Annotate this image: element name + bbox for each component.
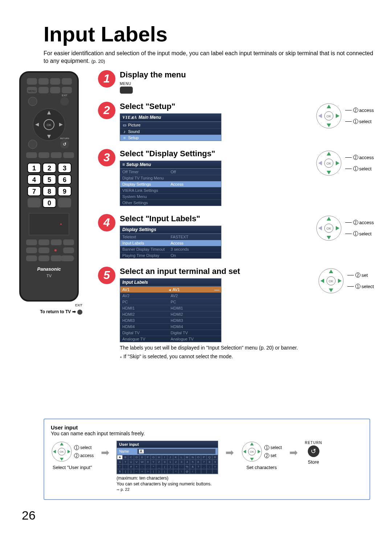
menu-row[interactable]: HDMI4HDMI4: [120, 323, 221, 330]
svg-point-12: [28, 97, 37, 106]
user-input-title: User input: [51, 424, 363, 431]
svg-text:5: 5: [48, 176, 51, 183]
svg-point-10: [60, 97, 69, 106]
menu-row[interactable]: Display SettingsAccess: [120, 181, 221, 187]
menu-row[interactable]: TeletextFASTEXT: [120, 234, 221, 240]
menu-row[interactable]: AV2AV2: [120, 292, 221, 299]
dpad-icon[interactable]: OK: [315, 102, 342, 129]
steps-column: 1 Display the menu MENU 2 Select "Setup"…: [98, 70, 374, 368]
step5-note2: If "Skip" is selected, you cannot select…: [120, 353, 374, 360]
svg-rect-4: [62, 78, 72, 85]
menu-row[interactable]: Off TimerOff: [120, 169, 221, 175]
svg-text:OK: OK: [326, 227, 331, 230]
svg-text:Panasonic: Panasonic: [37, 266, 61, 272]
svg-rect-60: [26, 255, 37, 261]
step-1: 1 Display the menu MENU: [98, 70, 374, 94]
menu-button[interactable]: [120, 86, 133, 94]
menu-row[interactable]: VIERA Link Settings: [120, 187, 221, 193]
svg-rect-3: [50, 78, 60, 85]
remote-illustration: MENU EXIT OK ↺ RETURN 1: [18, 70, 83, 315]
return-button[interactable]: ↺: [308, 445, 319, 457]
step-number-1: 1: [98, 70, 115, 88]
svg-rect-7: [50, 87, 60, 93]
arrow-icon: ➡: [101, 447, 109, 459]
svg-text:1: 1: [32, 165, 36, 172]
svg-rect-52: [26, 239, 37, 245]
menu-button-label: MENU: [120, 82, 131, 86]
step-5: 5 Select an input terminal and set Input…: [98, 267, 374, 360]
svg-point-51: [60, 223, 62, 225]
dpad-icon[interactable]: OK: [51, 441, 73, 463]
svg-rect-25: [38, 152, 49, 158]
svg-text:3: 3: [63, 165, 66, 172]
step5-note1: The labels you set will be displayed in …: [120, 344, 374, 351]
svg-text:9: 9: [63, 188, 66, 195]
svg-text:OK: OK: [250, 450, 254, 453]
label-set: set: [362, 272, 368, 278]
osd-display-settings: Display Settings TeletextFASTEXTInput La…: [120, 226, 221, 259]
dpad-icon[interactable]: OK: [315, 150, 342, 177]
label-access: access: [359, 108, 374, 113]
menu-row[interactable]: Digital TV Tuning Menu: [120, 175, 221, 181]
menu-item[interactable]: ≡Setup: [120, 134, 221, 141]
svg-rect-6: [38, 87, 49, 93]
menu-row[interactable]: AV1◄AV1--------: [120, 286, 221, 292]
step-number-4: 4: [98, 214, 115, 231]
svg-rect-54: [51, 239, 62, 245]
dpad-icon[interactable]: OK: [318, 267, 344, 294]
svg-text:OK: OK: [326, 162, 331, 165]
arrow-icon: ➡: [225, 447, 234, 459]
page-title: Input Labels: [44, 22, 374, 46]
svg-rect-59: [63, 247, 74, 253]
menu-row[interactable]: Playing Time DisplayOn: [120, 252, 221, 258]
menu-row[interactable]: System Menu: [120, 193, 221, 199]
menu-row[interactable]: HDMI3HDMI3: [120, 317, 221, 323]
step1-title: Display the menu: [120, 70, 374, 80]
dpad-icon[interactable]: OK: [315, 215, 342, 242]
user-input-sub: You can name each input terminals freely…: [51, 431, 363, 436]
svg-rect-8: [62, 87, 72, 93]
menu-row[interactable]: Other Settings: [120, 199, 221, 206]
svg-text:7: 7: [32, 188, 36, 195]
svg-rect-57: [38, 247, 49, 253]
menu-row[interactable]: Banner Display Timeout3 seconds: [120, 246, 221, 252]
menu-row[interactable]: Analogue TVAnalogue TV: [120, 336, 221, 342]
osd-setup-menu: ≡ Setup Menu Off TimerOffDigital TV Tuni…: [120, 161, 221, 206]
menu-row[interactable]: PCPC: [120, 299, 221, 305]
svg-rect-50: [29, 213, 69, 235]
user-input-box: User input You can name each input termi…: [44, 419, 370, 500]
svg-rect-48: [28, 198, 41, 207]
svg-text:↺: ↺: [63, 142, 66, 147]
dpad-icon[interactable]: OK: [241, 441, 263, 463]
svg-point-58: [54, 249, 57, 251]
svg-text:OK: OK: [60, 450, 64, 453]
char-input-osd: User input Name A ABCDEFGHIJKLMNOPQRSTUV…: [117, 441, 218, 474]
osd-input-labels: Input Labels AV1◄AV1--------AV2AV2PCPCHD…: [120, 278, 221, 342]
step-number-3: 3: [98, 149, 115, 166]
label-select: select: [359, 119, 372, 124]
menu-item[interactable]: ♪Sound: [120, 128, 221, 134]
step-2: 2 Select "Setup" VIEᴙA Main Menu ▭Pictur…: [98, 102, 374, 141]
menu-row[interactable]: HDMI2HDMI2: [120, 311, 221, 317]
svg-text:8: 8: [48, 188, 51, 195]
svg-text:6: 6: [63, 176, 66, 183]
menu-item[interactable]: ▭Picture: [120, 122, 221, 128]
svg-text:OK: OK: [329, 279, 334, 283]
svg-text:OK: OK: [326, 114, 331, 118]
svg-text:OK: OK: [46, 123, 51, 127]
set-characters-label: Set characters: [246, 465, 277, 470]
menu-row[interactable]: Digital TVDigital TV: [120, 330, 221, 336]
step-3: 3 Select "Display Settings" ≡ Setup Menu…: [98, 149, 374, 206]
step-4: 4 Select "Input Labels" Display Settings…: [98, 214, 374, 259]
osd-main-menu: VIEᴙA Main Menu ▭Picture♪Sound≡Setup: [120, 113, 221, 141]
svg-text:TV: TV: [46, 274, 52, 278]
svg-rect-62: [51, 255, 62, 261]
svg-rect-24: [26, 152, 37, 158]
menu-row[interactable]: Input LabelsAccess: [120, 240, 221, 246]
svg-rect-26: [51, 152, 62, 158]
store-label: Store: [308, 459, 319, 465]
arrow-icon: ➡: [289, 447, 298, 459]
svg-text:MENU: MENU: [28, 90, 36, 92]
exit-label: EXIT: [18, 303, 82, 307]
menu-row[interactable]: HDMI1HDMI1: [120, 305, 221, 311]
